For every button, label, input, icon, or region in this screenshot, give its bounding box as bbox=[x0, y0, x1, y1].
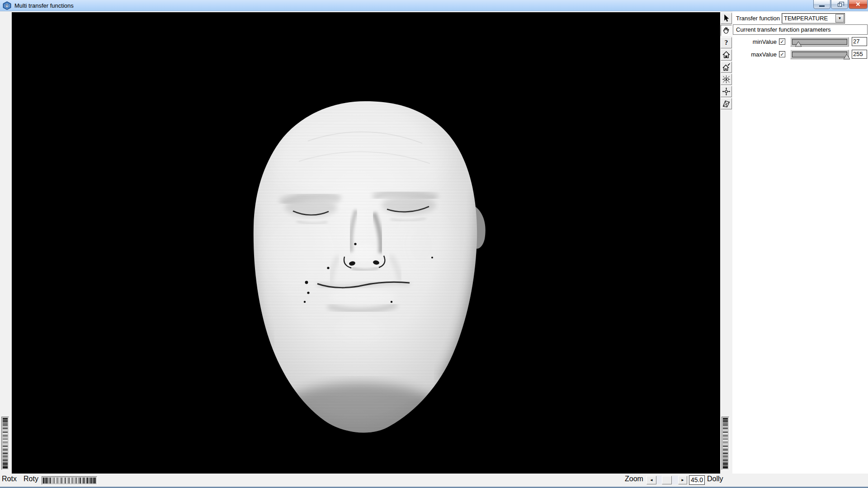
min-value-slider-track[interactable] bbox=[792, 39, 847, 45]
help-button[interactable]: ? bbox=[721, 37, 732, 48]
zoom-increase-button[interactable]: ► bbox=[678, 476, 687, 484]
section-header: Current transfer function parameters bbox=[733, 24, 868, 35]
thumbwheel-ribs bbox=[723, 418, 728, 469]
min-value-slider[interactable] bbox=[790, 37, 849, 47]
section-header-label: Current transfer function parameters bbox=[736, 26, 831, 33]
dolly-thumbwheel[interactable] bbox=[722, 417, 729, 470]
question-mark-icon: ? bbox=[725, 39, 728, 47]
min-value-field[interactable]: 27 bbox=[852, 37, 867, 46]
min-value-row: minValue ✓ 27 bbox=[732, 37, 868, 47]
zoom-label: Zoom bbox=[625, 475, 643, 483]
transfer-function-panel: Transfer function TEMPERATURE ▼ Current … bbox=[732, 11, 868, 474]
eye-rays-icon bbox=[722, 75, 731, 84]
bottom-decoration-trim bbox=[0, 474, 868, 487]
min-value-label: minValue bbox=[732, 38, 777, 45]
set-home-icon bbox=[722, 63, 731, 71]
rotx-thumbwheel[interactable] bbox=[1, 417, 9, 470]
seek-crosshair-icon bbox=[722, 87, 731, 96]
title-bar: IV Multi transfer functions ✕ bbox=[0, 0, 868, 11]
roty-thumbwheel[interactable] bbox=[42, 476, 97, 485]
zoom-value-field[interactable]: 45.0 bbox=[689, 475, 705, 485]
home-button[interactable] bbox=[721, 49, 732, 61]
max-value-checkbox[interactable]: ✓ bbox=[779, 51, 785, 57]
transfer-function-value: TEMPERATURE bbox=[784, 15, 828, 22]
max-value-slider-track[interactable] bbox=[792, 52, 847, 57]
render-viewport[interactable] bbox=[12, 12, 720, 474]
arrow-cursor-icon bbox=[722, 14, 731, 23]
arrow-right-icon: ► bbox=[681, 478, 684, 482]
dolly-label: Dolly bbox=[707, 475, 723, 483]
hand-icon bbox=[722, 26, 731, 35]
transfer-function-label: Transfer function bbox=[736, 15, 780, 22]
close-icon: ✕ bbox=[856, 1, 861, 8]
view-all-button[interactable] bbox=[721, 74, 732, 85]
camera-type-button[interactable] bbox=[721, 98, 732, 109]
app-icon: IV bbox=[3, 1, 11, 10]
zoom-decrease-button[interactable]: ◄ bbox=[646, 476, 656, 484]
restore-icon bbox=[838, 3, 842, 7]
view-mode-button[interactable] bbox=[721, 25, 732, 36]
rotx-label: Rotx bbox=[2, 475, 17, 483]
set-home-button[interactable] bbox=[721, 61, 732, 73]
chevron-down-icon[interactable]: ▼ bbox=[835, 14, 844, 23]
max-value-slider[interactable] bbox=[790, 50, 849, 59]
min-value-checkbox[interactable]: ✓ bbox=[779, 38, 785, 45]
left-decoration-trim bbox=[0, 11, 12, 487]
thumbwheel-ribs bbox=[43, 478, 96, 483]
max-value-row: maxValue ✓ 255 bbox=[732, 50, 868, 59]
max-value-field[interactable]: 255 bbox=[852, 50, 867, 59]
pick-mode-button[interactable] bbox=[721, 13, 732, 24]
thumbwheel-ribs bbox=[3, 418, 8, 469]
roty-label: Roty bbox=[24, 475, 38, 483]
arrow-left-icon: ◄ bbox=[650, 478, 653, 482]
seek-button[interactable] bbox=[721, 86, 732, 97]
restore-button[interactable] bbox=[831, 0, 848, 9]
minimize-icon bbox=[819, 5, 825, 7]
min-value-slider-thumb[interactable] bbox=[795, 41, 802, 47]
svg-text:IV: IV bbox=[6, 4, 8, 7]
max-value-slider-thumb[interactable] bbox=[843, 54, 850, 60]
max-value-label: maxValue bbox=[732, 51, 777, 58]
minimize-button[interactable] bbox=[813, 0, 830, 9]
close-button[interactable]: ✕ bbox=[849, 0, 868, 9]
home-icon bbox=[722, 51, 731, 59]
volume-rendered-head bbox=[12, 12, 720, 474]
transfer-function-dropdown[interactable]: TEMPERATURE ▼ bbox=[782, 13, 845, 23]
window-title: Multi transfer functions bbox=[14, 0, 74, 11]
zoom-slider-thumb[interactable] bbox=[662, 476, 672, 484]
camera-frustum-icon bbox=[722, 99, 731, 108]
